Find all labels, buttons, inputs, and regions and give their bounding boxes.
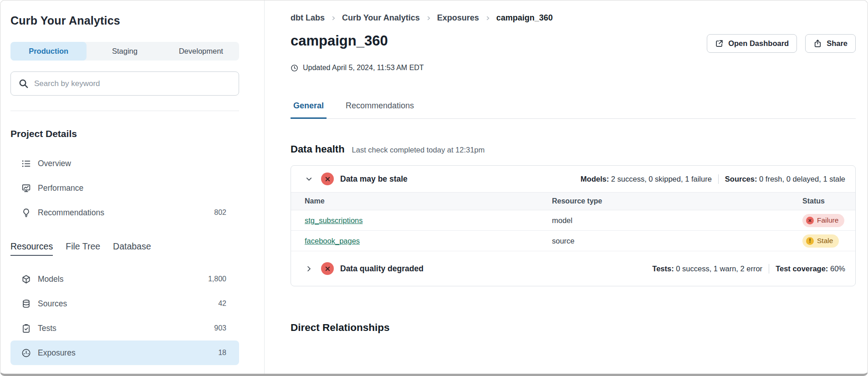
direct-relationships-heading: Direct Relationships bbox=[291, 322, 856, 334]
share-label: Share bbox=[827, 39, 848, 48]
error-dot-icon bbox=[806, 217, 814, 224]
item-count: 903 bbox=[214, 324, 226, 332]
sidebar-item-label: Tests bbox=[38, 324, 56, 333]
updated-timestamp: Updated April 5, 2024, 11:53 AM EDT bbox=[291, 64, 856, 72]
sidebar-item-label: Models bbox=[38, 274, 63, 284]
search-input[interactable] bbox=[34, 79, 231, 88]
stale-section-title: Data may be stale bbox=[340, 174, 408, 184]
quality-section-stats: Tests: 0 success, 1 warn, 2 error Test c… bbox=[652, 264, 845, 274]
detail-tabs: General Recommendations bbox=[291, 101, 856, 119]
data-health-title: Data health bbox=[291, 143, 345, 155]
dbt-explorer-window: Curb Your Analytics Production Staging D… bbox=[0, 0, 868, 376]
data-health-card: Data may be stale Models: 2 success, 0 s… bbox=[291, 165, 856, 286]
environment-tabs: Production Staging Development bbox=[10, 42, 239, 61]
env-tab-staging[interactable]: Staging bbox=[87, 42, 163, 61]
open-dashboard-label: Open Dashboard bbox=[728, 39, 789, 48]
tab-file-tree[interactable]: File Tree bbox=[66, 241, 100, 255]
item-count: 1,800 bbox=[208, 275, 226, 283]
share-button[interactable]: Share bbox=[805, 34, 856, 53]
project-details-heading: Project Details bbox=[10, 128, 239, 139]
performance-icon bbox=[21, 183, 31, 193]
resource-link-stg-subscriptions[interactable]: stg_subscriptions bbox=[305, 216, 363, 224]
project-details-nav: Overview Performance Recommendations 802 bbox=[10, 151, 239, 225]
stale-section-stats: Models: 2 success, 0 skipped, 1 failure … bbox=[581, 174, 845, 184]
env-tab-production[interactable]: Production bbox=[10, 42, 87, 61]
column-header-name: Name bbox=[291, 197, 552, 205]
table-header-row: Name Resource type Status bbox=[291, 192, 855, 210]
resource-type-cell: source bbox=[552, 237, 802, 245]
sidebar-item-label: Overview bbox=[38, 159, 71, 168]
tab-database[interactable]: Database bbox=[113, 241, 151, 255]
data-health-header: Data health Last check completed today a… bbox=[291, 143, 856, 155]
quality-section-header: Data quality degraded Tests: 0 success, … bbox=[291, 251, 855, 286]
sidebar-item-exposures[interactable]: Exposures 18 bbox=[10, 340, 239, 365]
breadcrumb-item-exposures[interactable]: Exposures bbox=[437, 13, 479, 23]
chevron-right-icon bbox=[425, 15, 432, 21]
breadcrumb: dbt Labs Curb Your Analytics Exposures c… bbox=[291, 13, 856, 23]
cube-icon bbox=[21, 274, 31, 284]
chevron-right-icon[interactable] bbox=[305, 264, 313, 273]
breadcrumb-item-current: campaign_360 bbox=[496, 13, 553, 23]
sidebar-item-sources[interactable]: Sources 42 bbox=[10, 291, 239, 316]
project-name: Curb Your Analytics bbox=[10, 14, 239, 27]
item-count: 802 bbox=[214, 208, 226, 217]
stale-section-header: Data may be stale Models: 2 success, 0 s… bbox=[291, 166, 855, 192]
clock-icon bbox=[291, 64, 298, 72]
database-icon bbox=[21, 299, 31, 309]
sidebar-item-performance[interactable]: Performance bbox=[10, 176, 239, 200]
sidebar-search[interactable] bbox=[10, 71, 239, 96]
clipboard-check-icon bbox=[21, 324, 31, 333]
list-icon bbox=[21, 159, 31, 168]
external-link-icon bbox=[715, 39, 724, 48]
error-status-icon bbox=[321, 173, 334, 185]
gauge-icon bbox=[21, 348, 31, 358]
sidebar-item-label: Recommendations bbox=[38, 208, 104, 218]
open-dashboard-button[interactable]: Open Dashboard bbox=[707, 34, 797, 53]
sidebar-item-overview[interactable]: Overview bbox=[10, 151, 239, 176]
column-header-resource-type: Resource type bbox=[552, 197, 802, 205]
stats-divider bbox=[718, 174, 719, 184]
project-sidebar: Curb Your Analytics Production Staging D… bbox=[0, 0, 265, 374]
stale-resources-table: Name Resource type Status stg_subscripti… bbox=[291, 192, 855, 251]
tab-recommendations[interactable]: Recommendations bbox=[343, 101, 417, 119]
status-badge-failure: Failure bbox=[802, 214, 844, 227]
chevron-right-icon bbox=[330, 15, 337, 21]
table-row: stg_subscriptions model Failure bbox=[291, 210, 855, 231]
chevron-right-icon bbox=[485, 15, 491, 21]
sidebar-item-label: Exposures bbox=[38, 348, 76, 358]
breadcrumb-item-account[interactable]: dbt Labs bbox=[291, 13, 325, 23]
warning-dot-icon: ! bbox=[806, 237, 814, 245]
resource-view-tabs: Resources File Tree Database bbox=[10, 241, 239, 256]
stats-divider bbox=[769, 264, 769, 274]
resources-nav: Models 1,800 Sources 42 Tests bbox=[10, 267, 239, 365]
chevron-down-icon[interactable] bbox=[305, 175, 313, 183]
tab-general[interactable]: General bbox=[291, 101, 327, 119]
sidebar-item-models[interactable]: Models 1,800 bbox=[10, 267, 239, 291]
sidebar-item-label: Sources bbox=[38, 299, 67, 309]
exposure-detail-panel: dbt Labs Curb Your Analytics Exposures c… bbox=[265, 0, 868, 374]
header-actions: Open Dashboard Share bbox=[707, 34, 856, 53]
last-check-text: Last check completed today at 12:31pm bbox=[352, 146, 485, 154]
resource-type-cell: model bbox=[552, 216, 802, 225]
column-header-status: Status bbox=[802, 197, 855, 205]
item-count: 18 bbox=[218, 349, 226, 357]
item-count: 42 bbox=[218, 300, 226, 308]
sidebar-divider bbox=[10, 111, 239, 111]
sidebar-item-tests[interactable]: Tests 903 bbox=[10, 316, 239, 340]
table-row: facebook_pages source ! Stale bbox=[291, 231, 855, 251]
sidebar-item-recommendations[interactable]: Recommendations 802 bbox=[10, 200, 239, 225]
env-tab-development[interactable]: Development bbox=[163, 42, 239, 61]
resource-link-facebook-pages[interactable]: facebook_pages bbox=[305, 237, 360, 245]
breadcrumb-item-project[interactable]: Curb Your Analytics bbox=[342, 13, 420, 23]
quality-section-title: Data quality degraded bbox=[340, 264, 424, 274]
status-badge-stale: ! Stale bbox=[802, 234, 839, 248]
error-status-icon bbox=[321, 262, 334, 275]
sidebar-item-label: Performance bbox=[38, 183, 83, 193]
page-title: campaign_360 bbox=[291, 33, 388, 49]
share-icon bbox=[813, 39, 822, 48]
lightbulb-icon bbox=[21, 208, 31, 218]
tab-resources[interactable]: Resources bbox=[10, 241, 53, 256]
search-icon bbox=[18, 78, 29, 89]
